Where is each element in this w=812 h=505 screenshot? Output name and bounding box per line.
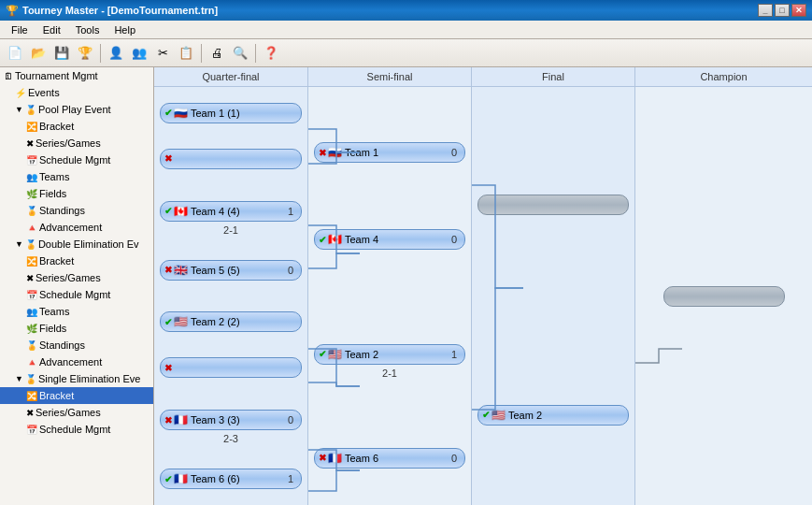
score-sf-t1: 0 [451,147,457,158]
toolbar-new[interactable]: 📄 [4,42,26,65]
schedule-icon-1: 📅 [26,155,37,166]
pool-play-medal: 🏅 [25,105,36,115]
flag-sf-t1: 🇷🇺 [328,146,342,159]
team-slot-t5[interactable]: ✖ 🇬🇧 Team 5 (5) 0 [160,260,302,281]
team-slot-t6q[interactable]: ✔ 🇫🇷 Team 6 (6) 1 [160,469,302,489]
x-sf-t6: ✖ [319,453,326,463]
sidebar-item-fields-pool[interactable]: 🌿 Fields [0,185,153,202]
team-slot-t2[interactable]: ✔ 🇺🇸 Team 2 (2) [160,311,302,332]
minimize-button[interactable]: _ [758,4,773,17]
name-sf-t1: Team 1 [345,147,448,158]
team-slot-t4[interactable]: ✔ 🇨🇦 Team 4 (4) 1 [160,201,302,222]
advancement-icon-2: 🔺 [26,357,37,368]
flag-sf-t4: 🇨🇦 [328,233,342,246]
sidebar-item-series-single[interactable]: ✖ Series/Games [0,404,153,421]
standings-icon-2: 🏅 [26,340,37,351]
check-t4: ✔ [164,206,172,216]
sidebar[interactable]: 🗓 Tournament Mgmt ⚡ Events ▼ 🏅 Pool Play… [0,67,154,505]
toolbar-help[interactable]: ❓ [260,42,282,65]
team-slot-sf-t4[interactable]: ✔ 🇨🇦 Team 4 0 [314,229,465,250]
check-sf-t4: ✔ [319,235,326,245]
schedule-icon-3: 📅 [26,425,37,435]
menu-bar: File Edit Tools Help [0,21,812,39]
sidebar-item-single-elim[interactable]: ▼ 🏅 Single Elimination Eve [0,370,153,387]
sidebar-item-teams-pool[interactable]: 👥 Teams [0,168,153,185]
bracket-headers: Quarter-final Semi-final Final Champion [154,67,812,87]
qf-match3-slot2: ✖ [160,355,302,380]
sidebar-item-pool-play[interactable]: ▼ 🏅 Pool Play Event [0,101,153,118]
team-slot-t3[interactable]: ✖ 🇫🇷 Team 3 (3) 0 [160,410,302,430]
tournament-icon: 🗓 [4,71,13,81]
close-button[interactable]: ✕ [791,4,806,17]
sidebar-item-advancement-double[interactable]: 🔺 Advancement [0,354,153,370]
flag-sf-t6: 🇫🇷 [328,452,342,465]
toolbar-user1[interactable]: 👤 [105,42,127,65]
team-slot-sf-t6[interactable]: ✖ 🇫🇷 Team 6 0 [314,448,465,469]
toolbar-paste[interactable]: 📋 [175,42,197,65]
single-elim-medal: 🏅 [25,374,36,384]
qf-match1-slot2: ✖ [160,147,302,171]
flag-sf-t2: 🇺🇸 [328,348,342,361]
toolbar-sep-2 [201,44,202,63]
team-slot-bye1[interactable]: ✖ [160,149,302,169]
sidebar-item-schedule-double[interactable]: 📅 Schedule Mgmt [0,286,153,303]
toolbar-user2[interactable]: 👥 [128,42,150,65]
score-sf-t6: 0 [451,453,457,464]
team-slot-sf-t1[interactable]: ✖ 🇷🇺 Team 1 0 [314,142,465,163]
sidebar-item-double-elim[interactable]: ▼ 🏅 Double Elimination Ev [0,236,153,252]
qf-match3-slot1: ✔ 🇺🇸 Team 2 (2) [160,310,302,334]
sidebar-item-fields-double[interactable]: 🌿 Fields [0,320,153,337]
x-sf-t1: ✖ [319,148,326,158]
sidebar-item-standings-pool[interactable]: 🏅 Standings [0,202,153,219]
menu-help[interactable]: Help [107,22,143,37]
teams-icon-1: 👥 [26,172,37,182]
toolbar-save[interactable]: 💾 [50,42,73,65]
menu-tools[interactable]: Tools [68,22,107,37]
team-slot-sf-t2[interactable]: ✔ 🇺🇸 Team 2 1 [314,344,465,365]
quarter-final-col: ✔ 🇷🇺 Team 1 (1) ✖ [154,87,308,505]
sidebar-item-bracket-pool[interactable]: 🔀 Bracket [0,118,153,135]
sidebar-item-tournament-mgmt[interactable]: 🗓 Tournament Mgmt [0,67,153,84]
name-t5: Team 5 (5) [191,265,284,276]
teams-icon-2: 👥 [26,307,37,317]
sidebar-item-series-double[interactable]: ✖ Series/Games [0,269,153,286]
sidebar-item-bracket-double[interactable]: 🔀 Bracket [0,252,153,269]
fields-icon-2: 🌿 [26,324,37,334]
team-slot-final-t2[interactable]: ✔ 🇺🇸 Team 2 [477,405,629,426]
toolbar-trophy[interactable]: 🏆 [74,42,96,65]
name-t1: Team 1 (1) [191,108,293,119]
maximize-button[interactable]: □ [775,4,790,17]
sidebar-item-teams-double[interactable]: 👥 Teams [0,303,153,320]
toolbar-search[interactable]: 🔍 [229,42,251,65]
bracket-content: Quarter-final Semi-final Final Champion … [154,67,812,505]
double-elim-icon: ▼ [15,239,23,249]
final-slot-winner: ✔ 🇺🇸 Team 2 [477,403,629,427]
check-t2: ✔ [164,317,172,327]
sidebar-item-schedule-single[interactable]: 📅 Schedule Mgmt [0,421,153,438]
name-sf-t6: Team 6 [345,453,448,464]
bracket-body: ✔ 🇷🇺 Team 1 (1) ✖ [154,87,812,505]
name-t2: Team 2 (2) [191,316,293,327]
double-elim-medal: 🏅 [25,239,36,250]
score-sf-t2: 1 [451,349,457,360]
qf-match4-slot2: ✔ 🇫🇷 Team 6 (6) 1 [160,467,302,491]
sidebar-item-bracket-single[interactable]: 🔀 Bracket [0,387,153,404]
team-slot-t1[interactable]: ✔ 🇷🇺 Team 1 (1) [160,103,302,123]
toolbar: 📄 📂 💾 🏆 👤 👥 ✂ 📋 🖨 🔍 ❓ [0,39,812,67]
score-m4: 2-3 [160,432,302,445]
fields-icon-1: 🌿 [26,189,37,199]
x-bye2: ✖ [164,363,172,373]
sidebar-item-series-pool[interactable]: ✖ Series/Games [0,135,153,152]
menu-file[interactable]: File [4,22,36,37]
toolbar-print[interactable]: 🖨 [206,42,228,65]
sidebar-item-standings-double[interactable]: 🏅 Standings [0,337,153,354]
advancement-icon-1: 🔺 [26,223,37,233]
pool-play-icon: ▼ [15,105,23,114]
toolbar-open[interactable]: 📂 [27,42,50,65]
toolbar-scissors[interactable]: ✂ [151,42,174,65]
sidebar-item-schedule-pool[interactable]: 📅 Schedule Mgmt [0,152,153,168]
menu-edit[interactable]: Edit [36,22,68,37]
sidebar-item-advancement-pool[interactable]: 🔺 Advancement [0,219,153,236]
sidebar-item-events[interactable]: ⚡ Events [0,84,153,101]
team-slot-bye2[interactable]: ✖ [160,357,302,378]
